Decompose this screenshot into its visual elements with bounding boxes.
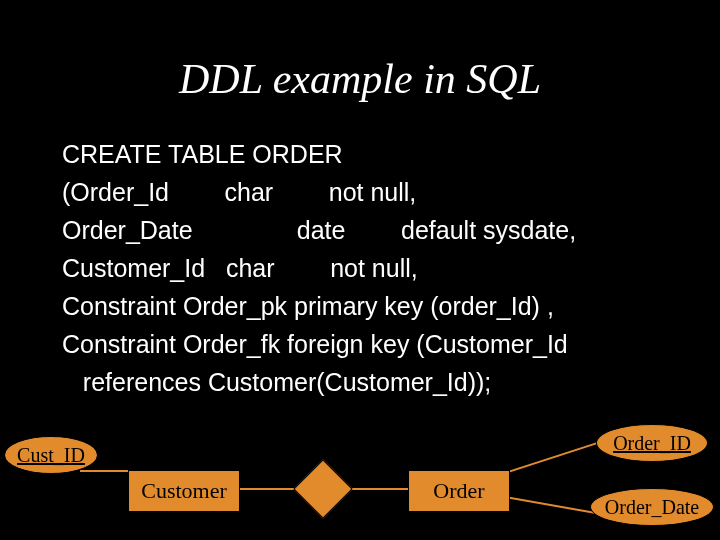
er-diagram: Cust_ID Customer Order Order_ID Order_Da… bbox=[0, 430, 720, 540]
attribute-order-id: Order_ID bbox=[596, 424, 708, 462]
slide-title: DDL example in SQL bbox=[0, 55, 720, 103]
attribute-order-id-label: Order_ID bbox=[613, 432, 691, 455]
entity-customer: Customer bbox=[128, 470, 240, 512]
attribute-order-date: Order_Date bbox=[590, 488, 714, 526]
connector-order-orderid bbox=[505, 441, 601, 474]
relationship-diamond bbox=[293, 459, 352, 518]
slide: DDL example in SQL CREATE TABLE ORDER (O… bbox=[0, 0, 720, 540]
attribute-cust-id: Cust_ID bbox=[4, 436, 98, 474]
entity-order: Order bbox=[408, 470, 510, 512]
connector-customer-diamond bbox=[236, 488, 300, 490]
connector-diamond-order bbox=[346, 488, 410, 490]
sql-code-block: CREATE TABLE ORDER (Order_Id char not nu… bbox=[62, 135, 672, 401]
entity-order-label: Order bbox=[433, 478, 484, 504]
attribute-cust-id-label: Cust_ID bbox=[17, 444, 85, 467]
attribute-order-date-label: Order_Date bbox=[605, 496, 699, 519]
entity-customer-label: Customer bbox=[141, 478, 227, 504]
